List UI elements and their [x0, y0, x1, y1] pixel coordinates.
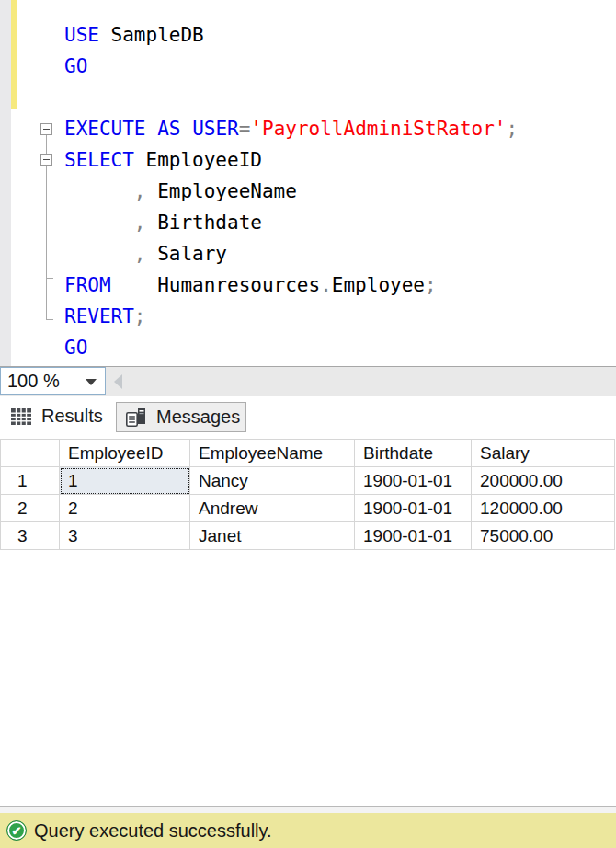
code-lines[interactable]: USE SampleDBGO EXECUTE AS USER='PayrollA… [64, 19, 518, 363]
divider [0, 807, 616, 813]
status-bar: ✔ Query executed successfully. [0, 813, 616, 848]
grid-cell[interactable]: 3 [60, 522, 190, 550]
tab-messages[interactable]: Messages [116, 402, 246, 432]
code-line: SELECT EmployeeID [64, 144, 518, 176]
fold-line-end [46, 278, 53, 279]
grid-body: 11Nancy1900-01-01200000.0022Andrew1900-0… [1, 467, 615, 550]
status-message: Query executed successfully. [34, 820, 272, 842]
fold-line [46, 135, 47, 154]
results-grid-icon [10, 407, 32, 426]
code-line: GO [64, 332, 518, 363]
tab-label: Messages [156, 407, 240, 428]
table-row: 33Janet1900-01-0175000.00 [1, 522, 615, 550]
grid-cell[interactable]: 2 [60, 495, 190, 522]
code-line: EXECUTE AS USER='PayrollAdminiStRator'; [64, 113, 518, 144]
scroll-left-icon[interactable] [114, 374, 122, 389]
grid-cell[interactable]: 1900-01-01 [355, 522, 472, 550]
grid-cell[interactable]: 1 [60, 467, 190, 495]
row-number-cell[interactable]: 3 [1, 522, 60, 550]
fold-line-end [46, 319, 53, 320]
grid-cell[interactable]: 200000.00 [472, 467, 615, 495]
code-editor[interactable]: USE SampleDBGO EXECUTE AS USER='PayrollA… [0, 0, 616, 366]
code-line: REVERT; [64, 301, 518, 332]
code-line: , EmployeeName [64, 176, 518, 207]
grid-cell[interactable]: 1900-01-01 [355, 495, 472, 522]
collapse-minus-icon[interactable] [40, 154, 52, 166]
code-line: , Salary [64, 238, 518, 269]
table-row: 22Andrew1900-01-01120000.00 [1, 495, 615, 522]
grid-column-header[interactable]: EmployeeID [60, 440, 190, 467]
results-table: EmployeeIDEmployeeNameBirthdateSalary 11… [0, 439, 615, 550]
grid-column-header[interactable]: Birthdate [355, 440, 472, 467]
zoom-level-value: 100 % [7, 371, 60, 392]
indicator-margin [0, 0, 11, 366]
grid-corner-cell[interactable] [1, 440, 60, 467]
grid-cell[interactable]: Andrew [190, 495, 355, 522]
grid-cell[interactable]: 120000.00 [472, 495, 615, 522]
grid-cell[interactable]: 75000.00 [472, 522, 615, 550]
chevron-down-icon[interactable] [86, 379, 97, 385]
collapse-minus-icon[interactable] [40, 123, 52, 135]
tab-label: Results [41, 406, 103, 427]
code-line: FROM Humanresources.Employee; [64, 269, 518, 301]
results-pane: EmployeeIDEmployeeNameBirthdateSalary 11… [0, 439, 615, 550]
results-tabstrip: Results Messages [0, 396, 616, 439]
row-number-cell[interactable]: 2 [1, 495, 60, 522]
code-line: , Birthdate [64, 207, 518, 238]
tab-results[interactable]: Results [2, 398, 114, 434]
grid-column-header[interactable]: Salary [472, 440, 615, 467]
messages-icon [125, 407, 147, 428]
grid-cell[interactable]: Nancy [190, 467, 355, 495]
success-check-icon: ✔ [6, 820, 27, 841]
grid-header-row: EmployeeIDEmployeeNameBirthdateSalary [1, 440, 615, 467]
code-line: GO [64, 51, 518, 82]
table-row: 11Nancy1900-01-01200000.00 [1, 467, 615, 495]
editor-bottom-bar: 100 % [0, 367, 616, 396]
zoom-dropdown[interactable]: 100 % [0, 367, 106, 395]
grid-cell[interactable]: 1900-01-01 [355, 467, 472, 495]
row-number-cell[interactable]: 1 [1, 467, 60, 495]
grid-cell[interactable]: Janet [190, 522, 355, 550]
fold-line [46, 166, 47, 319]
code-line [64, 82, 518, 113]
grid-column-header[interactable]: EmployeeName [190, 440, 355, 467]
change-tracking-bar [11, 0, 17, 109]
code-line: USE SampleDB [64, 19, 518, 51]
ssms-query-window: USE SampleDBGO EXECUTE AS USER='PayrollA… [0, 0, 616, 848]
